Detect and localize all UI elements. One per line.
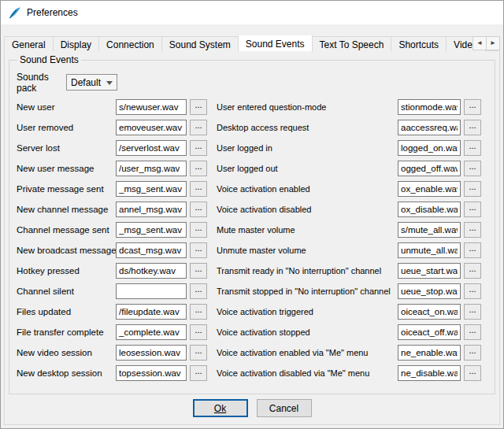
browse-button[interactable]: ...	[190, 242, 207, 258]
browse-button[interactable]: ...	[190, 181, 207, 197]
sound-event-row: Voice activation enabled...	[217, 181, 484, 197]
browse-button[interactable]: ...	[190, 365, 207, 381]
sound-file-input[interactable]	[398, 365, 461, 381]
sound-file-input[interactable]	[398, 202, 461, 217]
event-label: User logged in	[217, 143, 398, 153]
event-label: Voice activation triggered	[217, 307, 398, 316]
dialog-footer: Ok Cancel	[5, 399, 499, 417]
browse-button[interactable]: ...	[190, 202, 207, 217]
sound-event-row: Voice activation disabled...	[217, 202, 484, 217]
sound-event-row: Transmit stopped in "No interruption" ch…	[217, 283, 484, 299]
browse-button[interactable]: ...	[464, 222, 481, 238]
tab-scroll-left-button[interactable]: ◄	[472, 36, 487, 50]
browse-button[interactable]: ...	[190, 304, 207, 320]
sound-event-row: Voice activation disabled via "Me" menu.…	[217, 365, 484, 381]
event-label: Unmute master volume	[217, 246, 398, 255]
browse-button[interactable]: ...	[190, 161, 207, 176]
event-label: Voice activation disabled	[217, 205, 398, 214]
sound-file-input[interactable]	[398, 345, 461, 361]
sounds-pack-combobox[interactable]: Default	[66, 74, 117, 91]
tab-scroll-right-button[interactable]: ►	[486, 36, 500, 50]
browse-button[interactable]: ...	[464, 263, 481, 279]
sound-file-input[interactable]	[398, 99, 461, 115]
sound-file-input[interactable]	[398, 263, 461, 279]
event-label: User logged out	[217, 164, 398, 173]
sound-file-input[interactable]	[116, 304, 187, 320]
tab-display[interactable]: Display	[53, 36, 99, 51]
ok-button[interactable]: Ok	[193, 399, 248, 417]
browse-button[interactable]: ...	[464, 365, 481, 381]
sound-event-row: Hotkey pressed...	[17, 263, 210, 279]
browse-button[interactable]: ...	[190, 263, 207, 279]
sound-file-input[interactable]	[116, 181, 187, 197]
right-event-column: User entered question-mode...Desktop acc…	[217, 99, 484, 386]
sound-file-input[interactable]	[398, 161, 461, 176]
event-label: Voice activation enabled	[217, 184, 398, 194]
tab-shortcuts[interactable]: Shortcuts	[391, 36, 447, 51]
browse-button[interactable]: ...	[464, 304, 481, 320]
sound-file-input[interactable]	[398, 283, 461, 299]
sound-file-input[interactable]	[398, 181, 461, 197]
event-label: New video session	[17, 348, 116, 357]
browse-button[interactable]: ...	[190, 283, 207, 299]
event-label: Transmit stopped in "No interruption" ch…	[217, 287, 398, 296]
browse-button[interactable]: ...	[464, 161, 481, 176]
browse-button[interactable]: ...	[464, 140, 481, 156]
browse-button[interactable]: ...	[190, 99, 207, 115]
tab-sound-events[interactable]: Sound Events	[238, 35, 313, 51]
browse-button[interactable]: ...	[464, 283, 481, 299]
sound-file-input[interactable]	[116, 99, 187, 115]
chevron-down-icon	[106, 81, 113, 85]
cancel-button[interactable]: Cancel	[257, 399, 312, 417]
sound-file-input[interactable]	[116, 365, 187, 381]
sound-event-row: User removed...	[17, 120, 210, 135]
event-label: Voice activation enabled via "Me" menu	[217, 348, 398, 357]
browse-button[interactable]: ...	[464, 242, 481, 258]
sound-file-input[interactable]	[116, 345, 187, 361]
sound-file-input[interactable]	[398, 120, 461, 135]
sound-event-row: New video session...	[17, 345, 210, 361]
sound-file-input[interactable]	[116, 324, 187, 340]
sound-event-row: User logged in...	[217, 140, 484, 156]
sound-event-row: New desktop session...	[17, 365, 210, 381]
sound-file-input[interactable]	[398, 304, 461, 320]
sound-event-row: New channel message...	[17, 202, 210, 217]
event-label: File transfer complete	[17, 327, 116, 337]
browse-button[interactable]: ...	[464, 202, 481, 217]
browse-button[interactable]: ...	[464, 345, 481, 361]
event-label: Channel message sent	[17, 225, 116, 235]
tab-sound-system[interactable]: Sound System	[161, 36, 239, 51]
browse-button[interactable]: ...	[190, 120, 207, 135]
sound-file-input[interactable]	[398, 140, 461, 156]
browse-button[interactable]: ...	[190, 345, 207, 361]
sound-event-row: Voice activation triggered...	[217, 304, 484, 320]
tab-text-to-speech[interactable]: Text To Speech	[312, 36, 392, 51]
sound-file-input[interactable]	[116, 120, 187, 135]
tab-general[interactable]: General	[4, 36, 54, 51]
sounds-pack-value: Default	[71, 77, 101, 88]
sound-file-input[interactable]	[398, 324, 461, 340]
sounds-pack-row: Sounds pack Default	[17, 74, 488, 91]
groupbox-title: Sound Events	[17, 54, 81, 65]
browse-button[interactable]: ...	[190, 324, 207, 340]
sound-file-input[interactable]	[116, 242, 187, 258]
sound-file-input[interactable]	[116, 140, 187, 156]
browse-button[interactable]: ...	[464, 181, 481, 197]
sound-file-input[interactable]	[116, 263, 187, 279]
tab-scroll: ◄ ►	[472, 36, 500, 50]
sound-file-input[interactable]	[116, 161, 187, 176]
tab-connection[interactable]: Connection	[98, 36, 162, 51]
sound-file-input[interactable]	[116, 202, 187, 217]
sound-event-row: New user message...	[17, 161, 210, 176]
browse-button[interactable]: ...	[464, 99, 481, 115]
browse-button[interactable]: ...	[464, 324, 481, 340]
sound-file-input[interactable]	[398, 242, 461, 258]
sound-file-input[interactable]	[116, 283, 187, 299]
browse-button[interactable]: ...	[190, 222, 207, 238]
browse-button[interactable]: ...	[464, 120, 481, 135]
sound-file-input[interactable]	[398, 222, 461, 238]
sounds-pack-label: Sounds pack	[17, 72, 66, 94]
sound-file-input[interactable]	[116, 222, 187, 238]
event-label: Voice activation stopped	[217, 327, 398, 337]
browse-button[interactable]: ...	[190, 140, 207, 156]
